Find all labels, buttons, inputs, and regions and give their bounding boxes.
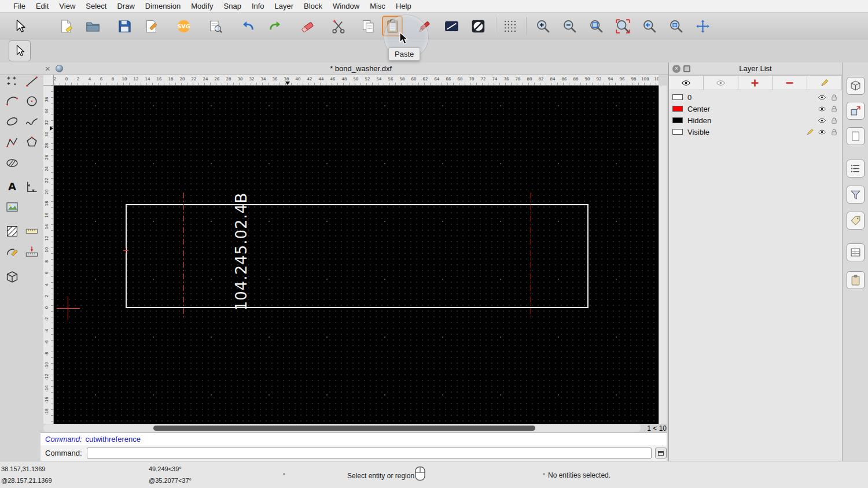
- horizontal-scrollbar-thumb[interactable]: [153, 426, 535, 431]
- horizontal-scrollbar[interactable]: [43, 424, 641, 432]
- dock-list-button[interactable]: [847, 160, 865, 178]
- centerline-right[interactable]: [531, 193, 531, 320]
- toolbar-open-button[interactable]: [82, 16, 103, 36]
- command-detach-button[interactable]: [655, 448, 667, 459]
- layer-visibility-icon[interactable]: [817, 104, 826, 113]
- dimension-tool-button[interactable]: [22, 177, 41, 196]
- detach-panel-icon[interactable]: [683, 65, 690, 72]
- dock-cube-button[interactable]: [847, 77, 865, 95]
- menu-dimension[interactable]: Dimension: [140, 2, 186, 10]
- line-tool-button[interactable]: [22, 72, 41, 91]
- toolbar-zoom-out-button[interactable]: [559, 16, 580, 36]
- dock-clipboard-button[interactable]: [847, 271, 865, 289]
- menu-window[interactable]: Window: [328, 2, 365, 10]
- circle-tool-button[interactable]: [22, 91, 41, 110]
- toolbar-zoom-pan-button[interactable]: [692, 16, 713, 36]
- layer-lock-icon[interactable]: [829, 93, 838, 102]
- toolbar-draw-order-button[interactable]: [441, 16, 462, 36]
- toolbar-cut-button[interactable]: [328, 16, 349, 36]
- ruler-top-label: 84: [550, 77, 556, 82]
- toolbar-zoom-select-button[interactable]: [612, 16, 633, 36]
- points-tool-button[interactable]: [2, 72, 21, 91]
- hatch-tool-button[interactable]: [2, 153, 21, 172]
- menu-block[interactable]: Block: [299, 2, 328, 10]
- layer-row-visible[interactable]: Visible: [669, 126, 842, 138]
- dock-block-button[interactable]: [847, 102, 865, 120]
- layer-visibility-icon[interactable]: [817, 127, 826, 136]
- ellipse-tool-button[interactable]: [2, 112, 21, 131]
- menu-help[interactable]: Help: [391, 2, 417, 10]
- layer-color-swatch: [672, 117, 683, 123]
- layer-row-center[interactable]: Center: [669, 103, 842, 114]
- dock-table-button[interactable]: [847, 243, 865, 261]
- centerline-left[interactable]: [183, 193, 184, 320]
- polyline-tool-button[interactable]: [2, 132, 21, 151]
- toolbar-undo-button[interactable]: [237, 16, 258, 36]
- menu-layer[interactable]: Layer: [270, 2, 299, 10]
- tool-options-bar: [0, 39, 868, 62]
- close-tab-icon[interactable]: ×: [45, 65, 50, 73]
- toolbar-new-document-button[interactable]: [56, 16, 76, 36]
- menu-misc[interactable]: Misc: [365, 2, 391, 10]
- polygon-tool-button[interactable]: [22, 132, 41, 151]
- toolbar-print-preview-button[interactable]: [205, 16, 226, 36]
- toolbar-copy-button[interactable]: [358, 16, 378, 36]
- layer-visibility-icon[interactable]: [817, 116, 826, 125]
- vertical-scrollbar[interactable]: [659, 86, 667, 424]
- close-panel-icon[interactable]: ×: [672, 65, 681, 73]
- menu-snap[interactable]: Snap: [219, 2, 247, 10]
- layer-row-0[interactable]: 0: [669, 91, 842, 103]
- toolbar-erase-button[interactable]: [297, 16, 318, 36]
- float-window-icon[interactable]: [56, 65, 63, 72]
- command-input[interactable]: [87, 448, 652, 459]
- menu-edit[interactable]: Edit: [31, 2, 54, 10]
- drawing-canvas[interactable]: 104.245.02.4B: [54, 86, 659, 424]
- zpan-icon: [695, 19, 711, 34]
- toolbar-save-as-button[interactable]: [141, 16, 162, 36]
- ruler-tool-button[interactable]: [22, 221, 41, 241]
- menu-modify[interactable]: Modify: [186, 2, 218, 10]
- remove-layer-button[interactable]: [773, 75, 807, 90]
- toolbar-stop-actions-button[interactable]: [468, 16, 488, 36]
- svg-text:A: A: [8, 180, 16, 193]
- block-tool-button[interactable]: [2, 267, 21, 286]
- layer-lock-icon[interactable]: [829, 116, 838, 125]
- polyline-edit-tool-button[interactable]: [2, 242, 21, 261]
- dock-tag-button[interactable]: [847, 212, 865, 230]
- toolbar-zoom-window-button[interactable]: [665, 16, 686, 36]
- layer-lock-icon[interactable]: [829, 127, 838, 136]
- toolbar-grid-snap-button[interactable]: [499, 16, 520, 36]
- menu-select[interactable]: Select: [80, 2, 112, 10]
- menu-info[interactable]: Info: [247, 2, 270, 10]
- measure-tool-button[interactable]: [22, 242, 41, 261]
- part-number-label[interactable]: 104.245.02.4B: [233, 193, 250, 311]
- menu-draw[interactable]: Draw: [112, 2, 139, 10]
- toolbar-save-button[interactable]: [114, 16, 135, 36]
- hide-all-layers-button[interactable]: [704, 75, 738, 90]
- ruler-left-label: 16: [45, 209, 49, 221]
- layer-visibility-icon[interactable]: [817, 93, 826, 102]
- select-tool-button[interactable]: [9, 40, 31, 61]
- arc-tool-button[interactable]: [2, 91, 21, 110]
- text-tool-button[interactable]: A: [2, 177, 21, 196]
- edit-layer-button[interactable]: [807, 75, 842, 90]
- menu-file[interactable]: File: [8, 2, 31, 10]
- toolbar-zoom-auto-button[interactable]: [586, 16, 606, 36]
- toolbar-zoom-in-button[interactable]: [532, 16, 553, 36]
- spline-tool-button[interactable]: [22, 112, 41, 131]
- dock-funnel-button[interactable]: [847, 186, 865, 204]
- toolbar-zoom-previous-button[interactable]: [639, 16, 660, 36]
- layer-row-hidden[interactable]: Hidden: [669, 114, 842, 126]
- dock-page-button[interactable]: [847, 127, 865, 145]
- add-layer-button[interactable]: [738, 75, 773, 90]
- toolbar-select-button[interactable]: [9, 16, 30, 36]
- toolbar-export-svg-button[interactable]: SVG: [173, 16, 194, 36]
- command-prompt-row: Command:: [41, 445, 667, 461]
- toolbar-redo-button[interactable]: [264, 16, 285, 36]
- show-all-layers-button[interactable]: [669, 75, 704, 90]
- menu-view[interactable]: View: [54, 2, 80, 10]
- layer-lock-icon[interactable]: [829, 104, 838, 113]
- hatch-pattern-tool-button[interactable]: [2, 221, 21, 241]
- image-tool-button[interactable]: [2, 197, 21, 216]
- rectangle-entity[interactable]: [126, 204, 589, 308]
